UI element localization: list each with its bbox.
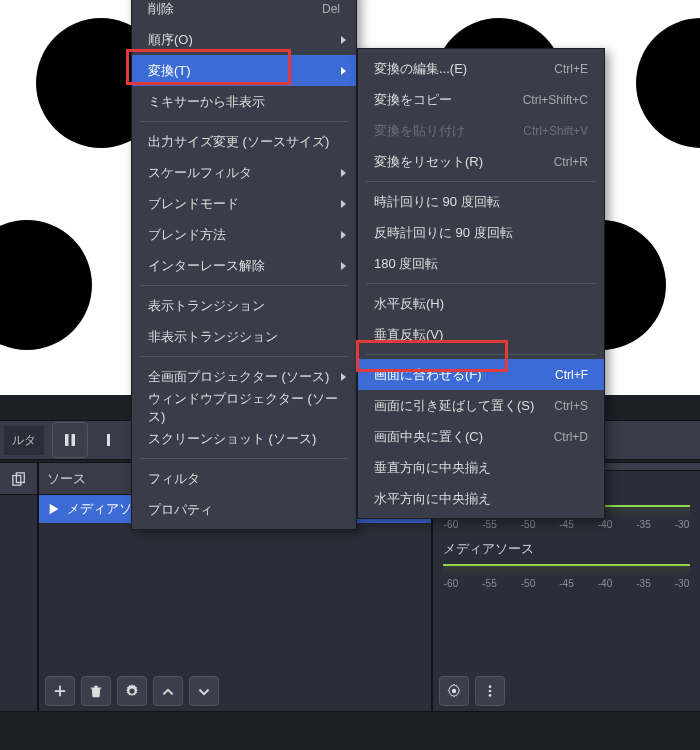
menu-item[interactable]: 全画面プロジェクター (ソース) [132,361,356,392]
mixer-channel[interactable]: メディアソース-60-55-50-45-40-35-30 [433,530,700,589]
mixer-channel-name: メディアソース [443,540,690,558]
chevron-up-icon [161,684,175,698]
menu-item-label: 時計回りに 90 度回転 [374,193,500,211]
menu-item[interactable]: 反時計回りに 90 度回転 [358,217,604,248]
kebab-icon [483,684,497,698]
menu-item-label: 変換をコピー [374,91,452,109]
menu-separator [140,285,348,286]
move-up-button[interactable] [153,676,183,706]
menu-item-label: プロパティ [148,501,213,519]
mixer-tick: -55 [482,519,498,530]
canvas-dot [636,18,700,148]
menu-item[interactable]: 画面中央に置く(C)Ctrl+D [358,421,604,452]
menu-item-label: 変換の編集...(E) [374,60,467,78]
menu-item[interactable]: 水平方向に中央揃え [358,483,604,514]
context-menu-main[interactable]: 削除Del順序(O)変換(T)ミキサーから非表示出力サイズ変更 (ソースサイズ)… [131,0,357,530]
menu-item[interactable]: 変換をコピーCtrl+Shift+C [358,84,604,115]
menu-item-label: スクリーンショット (ソース) [148,430,316,448]
pause-icon [62,432,78,448]
menu-item[interactable]: 水平反転(H) [358,288,604,319]
menu-shortcut: Del [322,2,340,16]
mixer-tick: -30 [674,519,690,530]
menu-item[interactable]: 垂直反転(V) [358,319,604,350]
menu-item[interactable]: 画面に引き延ばして置く(S)Ctrl+S [358,390,604,421]
chevron-right-icon [341,262,346,270]
menu-item[interactable]: スケールフィルタ [132,157,356,188]
mixer-menu-button[interactable] [475,676,505,706]
menu-item-label: 反時計回りに 90 度回転 [374,224,513,242]
menu-item[interactable]: ミキサーから非表示 [132,86,356,117]
mixer-tick: -35 [636,519,652,530]
menu-item[interactable]: 表示トランジション [132,290,356,321]
menu-item[interactable]: インターレース解除 [132,250,356,281]
add-source-button[interactable] [45,676,75,706]
menu-item-label: ブレンドモード [148,195,239,213]
menu-item[interactable]: フィルタ [132,463,356,494]
svg-point-8 [489,694,492,697]
bracket-icon [96,432,112,448]
menu-separator [140,458,348,459]
menu-separator [140,121,348,122]
menu-separator [366,283,596,284]
menu-item[interactable]: スクリーンショット (ソース) [132,423,356,454]
plus-icon [53,684,67,698]
menu-item-label: 画面に引き延ばして置く(S) [374,397,534,415]
gear-icon [125,684,139,698]
menu-item[interactable]: 削除Del [132,0,356,24]
menu-item[interactable]: ブレンドモード [132,188,356,219]
sources-footer [39,671,431,711]
menu-item[interactable]: 出力サイズ変更 (ソースサイズ) [132,126,356,157]
menu-item[interactable]: 順序(O) [132,24,356,55]
menu-item[interactable]: ブレンド方法 [132,219,356,250]
menu-item-label: フィルタ [148,470,200,488]
menu-item-label: 180 度回転 [374,255,438,273]
menu-item-label: 画面中央に置く(C) [374,428,483,446]
chevron-down-icon [197,684,211,698]
source-properties-button[interactable] [117,676,147,706]
mixer-tick: -40 [597,519,613,530]
move-down-button[interactable] [189,676,219,706]
chevron-right-icon [341,169,346,177]
menu-item-label: インターレース解除 [148,257,265,275]
menu-item[interactable]: 変換(T) [132,55,356,86]
next-button-edge[interactable] [96,422,112,458]
mixer-settings-button[interactable] [439,676,469,706]
trash-icon [89,684,103,698]
menu-item[interactable]: 変換の編集...(E)Ctrl+E [358,53,604,84]
chevron-right-icon [341,67,346,75]
canvas-dot [0,220,92,350]
mixer-tick: -50 [520,519,536,530]
menu-item[interactable]: プロパティ [132,494,356,525]
mixer-scale: -60-55-50-45-40-35-30 [443,578,690,589]
context-menu-transform[interactable]: 変換の編集...(E)Ctrl+E変換をコピーCtrl+Shift+C変換を貼り… [357,48,605,519]
menu-separator [140,356,348,357]
scenes-panel [0,462,38,712]
pause-button[interactable] [52,422,88,458]
menu-shortcut: Ctrl+S [554,399,588,413]
remove-source-button[interactable] [81,676,111,706]
menu-item[interactable]: 時計回りに 90 度回転 [358,186,604,217]
menu-separator [366,354,596,355]
svg-rect-1 [72,434,76,446]
mixer-tick: -60 [443,578,459,589]
mixer-footer [433,671,700,711]
menu-item[interactable]: 180 度回転 [358,248,604,279]
menu-item-label: 表示トランジション [148,297,265,315]
menu-item[interactable]: 画面に合わせる(F)Ctrl+F [358,359,604,390]
menu-item[interactable]: 垂直方向に中央揃え [358,452,604,483]
scenes-header [0,463,37,495]
svg-point-7 [489,690,492,693]
menu-item-label: ブレンド方法 [148,226,226,244]
menu-item-label: 垂直反転(V) [374,326,443,344]
mixer-tick: -45 [559,578,575,589]
menu-item[interactable]: 変換をリセット(R)Ctrl+R [358,146,604,177]
menu-item-label: 変換を貼り付け [374,122,465,140]
svg-point-6 [489,685,492,688]
menu-shortcut: Ctrl+F [555,368,588,382]
menu-item-label: スケールフィルタ [148,164,252,182]
chevron-right-icon [341,373,346,381]
menu-item[interactable]: ウィンドウプロジェクター (ソース) [132,392,356,423]
menu-item[interactable]: 非表示トランジション [132,321,356,352]
menu-item-label: 水平方向に中央揃え [374,490,491,508]
menu-item: 変換を貼り付けCtrl+Shift+V [358,115,604,146]
